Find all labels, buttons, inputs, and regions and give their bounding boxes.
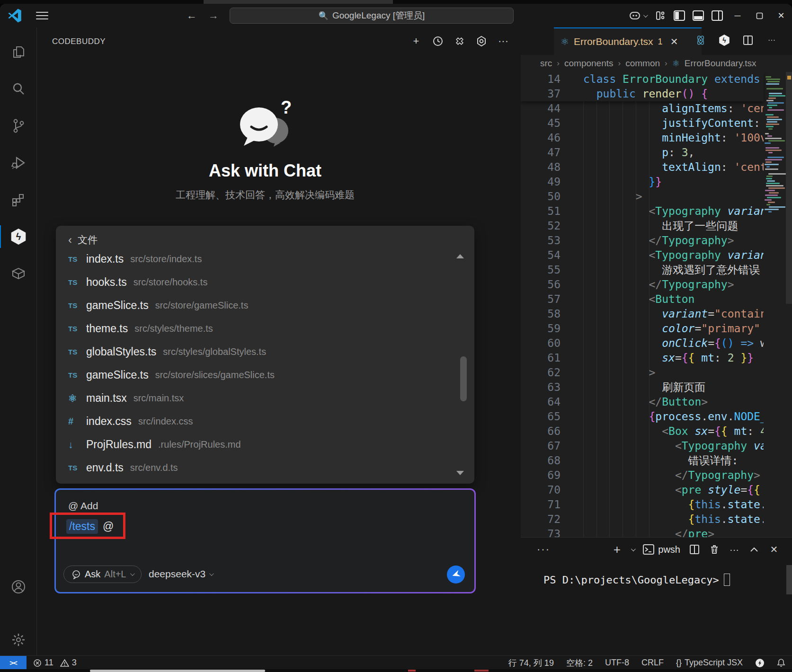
breadcrumb[interactable]: src› components› common› ⚛ ErrorBoundary…	[521, 55, 792, 72]
minimap[interactable]	[764, 72, 786, 228]
menu-icon[interactable]	[36, 10, 48, 21]
scroll-down-icon[interactable]	[456, 471, 464, 475]
file-list-item[interactable]: TShooks.tssrc/store/hooks.ts	[56, 271, 474, 294]
vscode-logo-icon[interactable]	[8, 9, 22, 23]
settings-icon[interactable]	[0, 625, 37, 655]
code-line: 14class ErrorBoundary extends	[521, 72, 764, 87]
code-line: 66<Box sx={{ mt: 4	[521, 424, 764, 439]
remote-indicator[interactable]: ><	[0, 656, 27, 669]
codebuddy-editor-icon[interactable]: ϟ	[717, 33, 731, 47]
breadcrumb-item[interactable]: components	[564, 58, 614, 69]
chat-input-box[interactable]: @ Add /tests @ Ask Alt+L deepsee	[56, 490, 474, 592]
warning-count: 3	[72, 658, 77, 668]
code-line: 62>	[521, 365, 764, 380]
terminal-dropdown-icon[interactable]	[631, 547, 636, 551]
terminal-shell-tab[interactable]: pwsh	[643, 544, 680, 555]
explorer-icon[interactable]	[0, 37, 37, 67]
split-editor-icon[interactable]	[741, 33, 755, 47]
code-line: 65{process.env.NODE_ENV	[521, 409, 764, 424]
encoding[interactable]: UTF-8	[605, 658, 629, 668]
toggle-secondary-sidebar-icon[interactable]	[708, 8, 727, 24]
file-list-item[interactable]: TStheme.tssrc/styles/theme.ts	[56, 317, 474, 340]
line-number: 55	[521, 263, 561, 277]
codebuddy-status-icon[interactable]	[755, 658, 765, 668]
file-path: src/main.tsx	[133, 393, 184, 404]
close-button[interactable]: ✕	[770, 4, 792, 27]
line-number: 46	[521, 131, 561, 145]
file-list-item[interactable]: TSenv.d.tssrc/env.d.ts	[56, 456, 474, 479]
account-icon[interactable]	[0, 572, 37, 602]
code-line: 52出现了一些问题	[521, 219, 764, 233]
eol-sequence[interactable]: CRLF	[641, 658, 664, 668]
line-number: 58	[521, 307, 561, 321]
file-list-item[interactable]: ↓ProjRules.md.rules/ProjRules.md	[56, 433, 474, 456]
source-control-icon[interactable]	[0, 111, 37, 141]
file-name: ProjRules.md	[86, 438, 151, 451]
breadcrumb-item[interactable]: ErrorBoundary.tsx	[685, 58, 756, 69]
terminal-scrollbar[interactable]	[786, 565, 792, 594]
maximize-panel-icon[interactable]	[748, 542, 760, 557]
toggle-sidebar-icon[interactable]	[670, 8, 689, 24]
ts-file-icon: TS	[68, 371, 86, 379]
problems-indicator[interactable]: 11 3	[33, 658, 77, 668]
breadcrumb-item[interactable]: src	[540, 58, 552, 69]
notifications-bell-icon[interactable]	[777, 658, 785, 667]
editor-more-icon[interactable]: ···	[765, 33, 779, 47]
model-selector[interactable]: deepseek-v3	[149, 568, 213, 580]
copilot-icon[interactable]	[624, 8, 651, 24]
codebuddy-panel: CODEBUDDY + ···	[37, 27, 521, 655]
file-picker-header[interactable]: ‹ 文件	[56, 226, 474, 248]
language-mode[interactable]: {} TypeScript JSX	[676, 658, 743, 668]
file-list-item[interactable]: ⚛main.tsxsrc/main.tsx	[56, 387, 474, 410]
forward-button[interactable]: →	[205, 9, 222, 23]
scroll-up-icon[interactable]	[456, 254, 464, 258]
tab-errorboundary[interactable]: ⚛ ErrorBoundary.tsx 1 ✕	[554, 27, 702, 55]
file-list-item[interactable]: TSgameSlice.tssrc/store/slices/gameSlice…	[56, 363, 474, 387]
mode-shortcut: Alt+L	[104, 569, 126, 580]
more-actions-icon[interactable]: ···	[496, 34, 510, 48]
react-devtools-icon[interactable]	[694, 33, 708, 47]
code-area[interactable]: 44alignItems: 'center',45justifyContent:…	[521, 72, 792, 537]
breadcrumb-item[interactable]: common	[625, 58, 660, 69]
file-list-item[interactable]: TSglobalStyles.tssrc/styles/globalStyles…	[56, 340, 474, 363]
codebuddy-sidebar-icon[interactable]: ϟ	[0, 221, 37, 252]
history-icon[interactable]	[431, 34, 445, 48]
indentation[interactable]: 空格: 2	[566, 657, 593, 669]
file-list-item[interactable]: #index.csssrc/index.css	[56, 410, 474, 433]
file-list-item[interactable]: TSindex.tssrc/store/index.ts	[56, 248, 474, 271]
maximize-button[interactable]	[748, 4, 770, 27]
split-terminal-icon[interactable]	[689, 542, 700, 557]
code-line: 56</Typography>	[521, 277, 764, 292]
mode-selector-button[interactable]: Ask Alt+L	[63, 566, 142, 583]
mode-label: Ask	[85, 569, 100, 580]
file-list-item[interactable]: TSgameSlice.tssrc/store/gameSlice.ts	[56, 294, 474, 317]
back-chevron-icon[interactable]: ‹	[68, 237, 72, 243]
panel-settings-icon[interactable]	[474, 34, 489, 48]
tab-close-icon[interactable]: ✕	[670, 36, 678, 47]
minimize-button[interactable]: ─	[727, 4, 748, 27]
extensions-icon[interactable]	[0, 185, 37, 215]
cursor-position[interactable]: 行 74, 列 19	[508, 657, 554, 669]
send-button[interactable]	[447, 566, 465, 584]
container-icon[interactable]	[0, 258, 37, 289]
terminal-more-icon[interactable]: ···	[729, 542, 740, 557]
close-panel-icon[interactable]: ✕	[768, 542, 780, 557]
new-chat-icon[interactable]: +	[409, 34, 423, 48]
line-number: 44	[521, 101, 561, 116]
customize-layout-icon[interactable]	[651, 8, 670, 24]
file-path: src/styles/globalStyles.ts	[163, 346, 266, 357]
run-debug-icon[interactable]	[0, 148, 37, 178]
editor-scrollbar[interactable]	[786, 72, 792, 304]
kill-terminal-icon[interactable]	[709, 542, 720, 557]
terminal-content[interactable]: PS D:\projects\GoogleLegacy>	[543, 574, 730, 586]
new-terminal-icon[interactable]: +	[611, 542, 623, 557]
code-line: 70<pre style={{	[521, 483, 764, 497]
back-button[interactable]: ←	[184, 9, 200, 23]
toggle-panel-icon[interactable]	[689, 8, 708, 24]
command-center-search[interactable]: 🔍 GoogleLegacy [管理员]	[230, 8, 514, 24]
search-sidebar-icon[interactable]	[0, 74, 37, 104]
file-list-scrollbar[interactable]	[460, 356, 467, 401]
panel-tabs-overflow-icon[interactable]: ···	[537, 543, 550, 556]
mcp-plugin-icon[interactable]	[453, 34, 467, 48]
add-context-button[interactable]: @ Add	[68, 500, 98, 512]
